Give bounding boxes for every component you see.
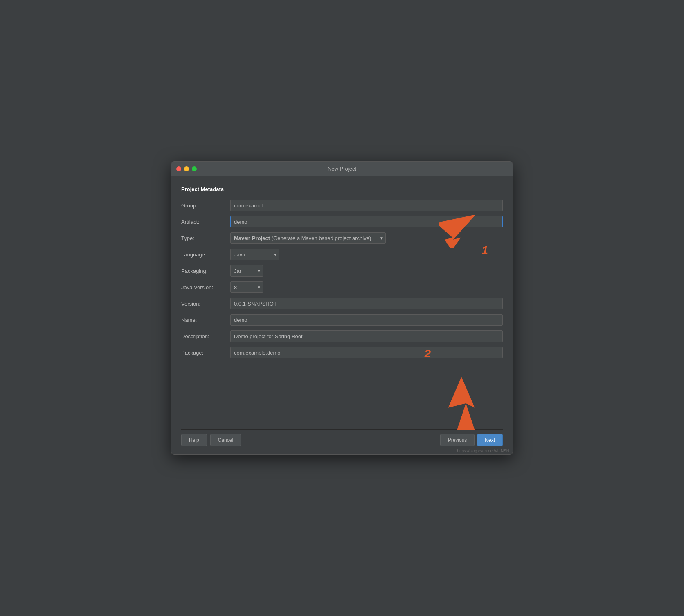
type-select[interactable]: Maven Project (Generate a Maven based pr… — [230, 232, 386, 244]
name-label: Name: — [181, 317, 230, 323]
titlebar: New Project — [171, 162, 513, 176]
description-row: Description: — [181, 330, 503, 342]
language-row: Language: Java ▼ — [181, 249, 503, 260]
java-version-select-text: 8 — [234, 284, 254, 290]
package-input[interactable] — [230, 347, 503, 358]
version-label: Version: — [181, 301, 230, 307]
group-row: Group: — [181, 200, 503, 211]
type-select-text: Maven Project (Generate a Maven based pr… — [234, 235, 377, 241]
form-area: Project Metadata Group: Artifact: Type: … — [181, 186, 503, 426]
version-input[interactable] — [230, 298, 503, 309]
packaging-select-text: Jar — [234, 268, 254, 274]
traffic-lights — [176, 166, 197, 171]
artifact-input[interactable] — [230, 216, 503, 227]
minimize-button[interactable] — [184, 166, 189, 171]
java-version-dropdown-icon: ▼ — [257, 285, 261, 290]
artifact-row: Artifact: — [181, 216, 503, 227]
type-dropdown-icon: ▼ — [380, 236, 384, 241]
window: New Project Project Metadata Group: Arti… — [171, 161, 513, 455]
java-version-row: Java Version: 8 ▼ — [181, 281, 503, 293]
close-button[interactable] — [176, 166, 181, 171]
artifact-label: Artifact: — [181, 219, 230, 225]
watermark: https://blog.csdn.net/Vi_NSN — [457, 449, 509, 453]
maximize-button[interactable] — [192, 166, 197, 171]
description-input[interactable] — [230, 330, 503, 342]
next-button[interactable]: Next — [477, 434, 503, 446]
window-title: New Project — [328, 166, 356, 172]
description-label: Description: — [181, 333, 230, 339]
packaging-label: Packaging: — [181, 268, 230, 274]
main-content: Project Metadata Group: Artifact: Type: … — [171, 176, 513, 454]
section-title: Project Metadata — [181, 186, 503, 192]
type-row: Type: Maven Project (Generate a Maven ba… — [181, 232, 503, 244]
language-select[interactable]: Java ▼ — [230, 249, 279, 260]
cancel-button[interactable]: Cancel — [210, 434, 241, 446]
help-button[interactable]: Help — [181, 434, 207, 446]
java-version-label: Java Version: — [181, 284, 230, 290]
type-label: Type: — [181, 235, 230, 241]
packaging-row: Packaging: Jar ▼ — [181, 265, 503, 277]
java-version-select[interactable]: 8 ▼ — [230, 281, 263, 293]
version-row: Version: — [181, 298, 503, 309]
name-input[interactable] — [230, 314, 503, 326]
footer: Help Cancel Previous Next — [181, 429, 503, 448]
language-dropdown-icon: ▼ — [273, 252, 277, 257]
language-select-text: Java — [234, 252, 271, 258]
packaging-select[interactable]: Jar ▼ — [230, 265, 263, 277]
language-label: Language: — [181, 252, 230, 258]
previous-button[interactable]: Previous — [440, 434, 475, 446]
package-label: Package: — [181, 350, 230, 356]
footer-left: Help Cancel — [181, 434, 241, 446]
group-label: Group: — [181, 202, 230, 209]
package-row: Package: — [181, 347, 503, 358]
packaging-dropdown-icon: ▼ — [257, 269, 261, 273]
group-input[interactable] — [230, 200, 503, 211]
footer-right: Previous Next — [440, 434, 503, 446]
name-row: Name: — [181, 314, 503, 326]
